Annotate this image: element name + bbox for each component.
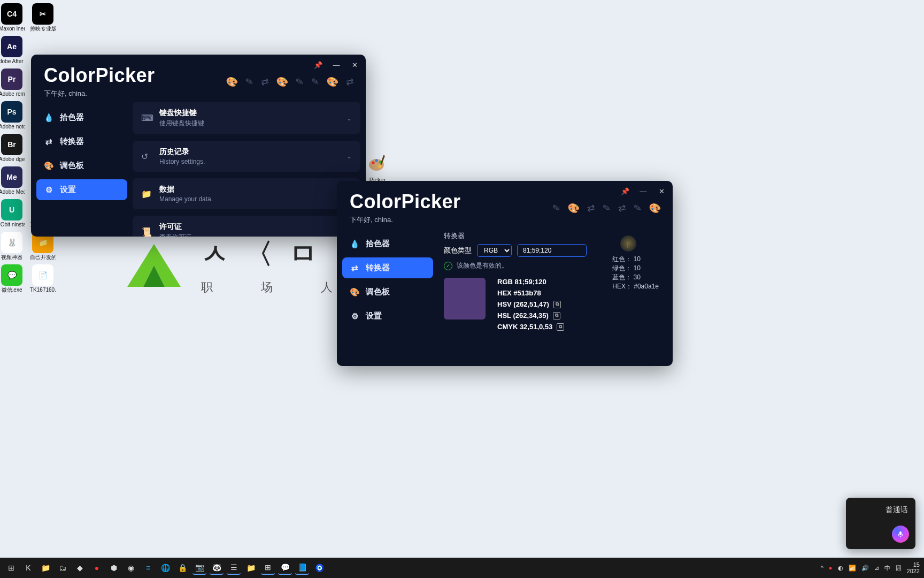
taskbar-app[interactable]: 📷 <box>192 561 206 575</box>
sidebar-item-调色板[interactable]: 🎨调色板 <box>36 155 127 176</box>
settings-row-数据[interactable]: 📁数据Manage your data. <box>133 178 360 209</box>
tray-wifi-icon[interactable]: ⊿ <box>874 565 879 572</box>
copy-icon[interactable]: ⧉ <box>553 312 560 320</box>
taskbar-app[interactable]: 🧿 <box>312 561 326 575</box>
settings-row-键盘快捷键[interactable]: ⌨键盘快捷键使用键盘快捷键⌄ <box>133 102 360 134</box>
desktop-icon-label: 剪映专业版 <box>30 26 56 32</box>
copy-icon[interactable]: ⧉ <box>553 301 561 308</box>
palette-icon: 🎨 <box>648 201 661 215</box>
tray-network-icon[interactable]: 📶 <box>849 565 856 572</box>
taskbar-app[interactable]: ⊞ <box>4 561 18 575</box>
app-icon: 💬 <box>1 264 22 286</box>
sidebar-item-拾色器[interactable]: 💧拾色器 <box>36 107 127 128</box>
desktop-icon[interactable]: BrAdobe dge 2022 <box>0 134 24 162</box>
desktop-icon[interactable]: UIObit ninstaller <box>0 199 24 227</box>
taskbar-app[interactable]: ⊞ <box>261 561 275 575</box>
settings-list: ⌨键盘快捷键使用键盘快捷键⌄↺历史记录History settings.⌄📁数据… <box>133 102 360 237</box>
desktop-icon[interactable]: PrAdobe remiere... <box>0 69 24 97</box>
taskbar-app[interactable]: ◉ <box>124 561 138 575</box>
desktop-icon[interactable]: ✂剪映专业版 <box>31 3 55 32</box>
ime-popup: 普通话 <box>846 498 915 549</box>
app-icon: ✂ <box>32 3 53 25</box>
desktop-icon[interactable]: 🐰视频神器 <box>0 232 24 260</box>
result-hex: HEX #513b78 <box>497 289 541 297</box>
text-cursor-icon: I <box>627 241 629 249</box>
palette-icon: 🎨 <box>275 75 289 88</box>
pencil-icon: ✎ <box>295 75 305 88</box>
settings-row-title: 数据 <box>159 185 352 194</box>
tray-icon[interactable]: ◐ <box>838 565 843 572</box>
color-type-select[interactable]: RGB <box>477 244 512 257</box>
taskbar-app[interactable]: 🌐 <box>158 561 172 575</box>
desktop-icon-label: 视频神器 <box>1 254 22 260</box>
colorpicker-converter-window: 📌 — ✕ ColorPicker 下午好, china. ✎ 🎨 ⇄ ✎ ⇄ … <box>337 181 673 366</box>
taskbar-app[interactable]: ≡ <box>141 561 155 575</box>
svg-point-6 <box>379 165 381 168</box>
taskbar-app[interactable]: 🔒 <box>175 561 189 575</box>
header-doodle-icons: 🎨 ✎ ⇄ 🎨 ✎ ✎ 🎨 ⇄ <box>226 76 354 88</box>
sidebar-item-设置[interactable]: ⚙设置 <box>36 179 127 200</box>
desktop-icon-label: dobe After ects 2022 <box>0 58 25 64</box>
taskbar-app[interactable]: ⬢ <box>107 561 121 575</box>
palette-icon: 🎨 <box>567 201 580 215</box>
app-icon: Me <box>1 166 22 188</box>
tray-volume-icon[interactable]: 🔊 <box>861 565 869 572</box>
sidebar: 💧拾色器⇄转换器🎨调色板⚙设置 <box>342 228 433 336</box>
swap-icon: ⇄ <box>260 75 270 88</box>
desktop-icon[interactable]: 💬微信.exe <box>0 264 24 293</box>
tray-expand-icon[interactable]: ^ <box>821 565 823 571</box>
sidebar-item-设置[interactable]: ⚙设置 <box>342 306 433 326</box>
valid-color-text: 该颜色是有效的。 <box>457 261 508 270</box>
taskbar-app[interactable]: 📁 <box>244 561 258 575</box>
taskbar-app[interactable]: 📘 <box>295 561 309 575</box>
desktop-icon[interactable]: PsAdobe notoshop... <box>0 101 24 130</box>
info-red: 红色： 10 <box>612 255 659 264</box>
taskbar-apps: ⊞K📁🗂◆●⬢◉≡🌐🔒📷🐼☰📁⊞💬📘🧿 <box>4 561 326 575</box>
taskbar-app[interactable]: ☰ <box>227 561 241 575</box>
sidebar-item-转换器[interactable]: ⇄转换器 <box>342 257 433 278</box>
pencil-icon: ✎ <box>602 202 612 215</box>
result-hsl: HSL (262,34,35) <box>497 311 549 320</box>
taskbar-app[interactable]: 📁 <box>38 561 52 575</box>
tray-record-icon[interactable]: ● <box>829 565 833 571</box>
settings-row-许可证[interactable]: 📜许可证查看许可证 <box>133 216 360 237</box>
taskbar-app[interactable]: ◆ <box>73 561 87 575</box>
settings-row-历史记录[interactable]: ↺历史记录History settings.⌄ <box>133 141 360 172</box>
settings-row-icon: ↺ <box>141 151 152 162</box>
taskbar-app[interactable]: 💬 <box>278 561 292 575</box>
swap-icon: ⇄ <box>586 202 596 215</box>
tray-time[interactable]: 15 <box>907 561 920 568</box>
sidebar-item-label: 调色板 <box>60 161 84 171</box>
desktop-icon[interactable]: Aedobe After ects 2022 <box>0 36 24 64</box>
desktop-icon[interactable]: C4Maxon inema 4... <box>0 3 24 32</box>
tray-date[interactable]: 2022 <box>907 568 920 574</box>
sidebar-item-label: 设置 <box>60 185 76 195</box>
taskbar-app[interactable]: ● <box>90 561 104 575</box>
settings-row-title: 键盘快捷键 <box>159 108 339 118</box>
taskbar-app[interactable]: 🐼 <box>210 561 224 575</box>
microphone-button[interactable] <box>892 526 909 543</box>
desktop-icon-label: Adobe notoshop... <box>0 124 25 130</box>
app-icon: Ps <box>1 101 22 123</box>
sidebar-item-label: 转换器 <box>366 263 390 273</box>
svg-point-3 <box>372 162 375 164</box>
desktop-icon[interactable]: 📄TK167160... <box>31 264 55 293</box>
taskbar-app[interactable]: K <box>21 561 35 575</box>
pencil-icon: ✎ <box>633 202 643 215</box>
taskbar-app[interactable]: 🗂 <box>56 561 70 575</box>
result-hsv: HSV (262,51,47) <box>497 300 549 308</box>
color-type-label: 颜色类型 <box>444 246 472 255</box>
logo-mark <box>122 239 186 292</box>
color-value-input[interactable] <box>517 244 587 257</box>
swap-icon: ⇄ <box>617 202 627 215</box>
desktop-icon-colorpicker[interactable]: Picker <box>366 153 389 183</box>
copy-icon[interactable]: ⧉ <box>557 323 564 331</box>
sidebar-item-拾色器[interactable]: 💧拾色器 <box>342 233 433 254</box>
sidebar-item-调色板[interactable]: 🎨调色板 <box>342 282 433 302</box>
ime-lang-box[interactable]: 囲 <box>896 564 902 572</box>
ime-lang-zh[interactable]: 中 <box>884 564 890 572</box>
sidebar-item-转换器[interactable]: ⇄转换器 <box>36 131 127 152</box>
info-blue: 蓝色： 30 <box>612 273 659 282</box>
taskbar: ⊞K📁🗂◆●⬢◉≡🌐🔒📷🐼☰📁⊞💬📘🧿 ^ ● ◐ 📶 🔊 ⊿ 中 囲 15 2… <box>0 558 924 578</box>
desktop-icon[interactable]: MeAdobe Media... <box>0 166 24 195</box>
